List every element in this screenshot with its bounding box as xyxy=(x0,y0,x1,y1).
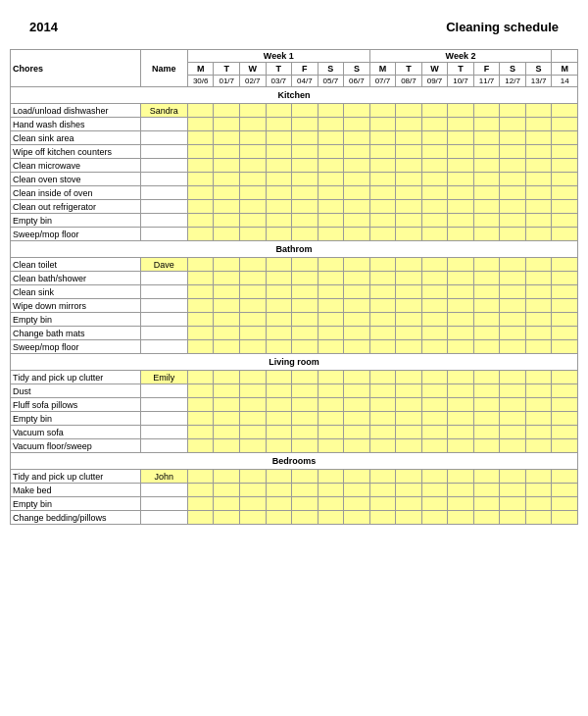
cell-2-0-0 xyxy=(187,371,214,384)
week-header-row: Chores Name Week 1 Week 2 xyxy=(11,50,578,63)
cell-1-2-2 xyxy=(240,285,267,299)
chore-label-3-2: Empty bin xyxy=(11,497,141,511)
cell-0-7-3 xyxy=(266,200,292,214)
chore-name-2-2 xyxy=(140,398,187,412)
cell-3-1-7 xyxy=(369,484,396,497)
cell-2-1-14 xyxy=(552,384,578,398)
cell-2-3-11 xyxy=(473,412,500,426)
cell-1-6-7 xyxy=(369,340,396,354)
cell-1-1-9 xyxy=(421,272,448,285)
chores-header: Chores xyxy=(11,50,141,87)
cell-0-8-10 xyxy=(448,214,474,228)
cell-2-0-6 xyxy=(344,371,370,384)
date-15: 14 xyxy=(552,76,578,87)
cell-2-1-12 xyxy=(500,384,526,398)
cell-0-0-8 xyxy=(396,104,422,118)
cell-3-1-6 xyxy=(344,484,370,497)
cell-2-4-9 xyxy=(421,426,448,439)
date-8: 07/7 xyxy=(369,76,396,87)
cell-2-4-2 xyxy=(240,426,267,439)
cell-1-5-14 xyxy=(552,327,578,340)
chore-row-1-3: Wipe down mirrors xyxy=(11,299,578,313)
chore-row-0-6: Clean inside of oven xyxy=(11,186,578,200)
title-label: Cleaning schedule xyxy=(446,20,559,34)
cell-1-1-8 xyxy=(396,272,422,285)
cell-1-3-13 xyxy=(525,299,552,313)
section-header-0: Kitchen xyxy=(11,87,578,104)
cell-2-3-8 xyxy=(396,412,422,426)
cell-1-2-11 xyxy=(473,285,500,299)
cell-1-6-0 xyxy=(187,340,214,354)
chore-row-1-2: Clean sink xyxy=(11,285,578,299)
date-13: 12/7 xyxy=(500,76,526,87)
chore-label-2-5: Vacuum floor/sweep xyxy=(11,439,141,453)
chore-name-2-3 xyxy=(140,412,187,426)
cell-1-2-13 xyxy=(525,285,552,299)
cell-0-4-8 xyxy=(396,159,422,173)
cell-2-0-9 xyxy=(421,371,448,384)
cell-2-0-11 xyxy=(473,371,500,384)
cell-0-2-7 xyxy=(369,131,396,145)
cell-2-1-6 xyxy=(344,384,370,398)
chore-label-0-6: Clean inside of oven xyxy=(11,186,141,200)
cell-1-0-12 xyxy=(500,258,526,272)
cell-2-2-4 xyxy=(292,398,318,412)
chore-row-3-0: Tidy and pick up clutterJohn xyxy=(11,470,578,484)
chore-row-2-3: Empty bin xyxy=(11,412,578,426)
cell-0-1-0 xyxy=(187,118,214,131)
cell-0-7-2 xyxy=(240,200,267,214)
cell-3-3-6 xyxy=(344,511,370,525)
chore-label-3-3: Change bedding/pillows xyxy=(11,511,141,525)
cell-2-5-13 xyxy=(525,439,552,453)
cell-1-4-6 xyxy=(344,313,370,327)
chore-name-1-3 xyxy=(140,299,187,313)
cell-2-1-4 xyxy=(292,384,318,398)
chore-name-1-0: Dave xyxy=(140,258,187,272)
date-4: 03/7 xyxy=(266,76,292,87)
cell-3-3-2 xyxy=(240,511,267,525)
cell-3-2-13 xyxy=(525,497,552,511)
cell-1-3-9 xyxy=(421,299,448,313)
cell-3-0-8 xyxy=(396,470,422,484)
cell-0-4-5 xyxy=(318,159,344,173)
cell-2-4-6 xyxy=(344,426,370,439)
cell-3-0-0 xyxy=(187,470,214,484)
cell-0-8-1 xyxy=(214,214,240,228)
cell-2-4-7 xyxy=(369,426,396,439)
cell-0-1-14 xyxy=(552,118,578,131)
cell-0-3-0 xyxy=(187,145,214,159)
cell-2-3-5 xyxy=(318,412,344,426)
cell-2-3-13 xyxy=(525,412,552,426)
cell-2-3-9 xyxy=(421,412,448,426)
cell-1-1-2 xyxy=(240,272,267,285)
cell-1-3-1 xyxy=(214,299,240,313)
cell-3-0-14 xyxy=(552,470,578,484)
chore-row-0-4: Clean microwave xyxy=(11,159,578,173)
cell-0-0-9 xyxy=(421,104,448,118)
cell-0-3-6 xyxy=(344,145,370,159)
cell-0-5-5 xyxy=(318,173,344,186)
chore-label-0-9: Sweep/mop floor xyxy=(11,228,141,241)
cell-1-4-1 xyxy=(214,313,240,327)
chore-name-0-2 xyxy=(140,131,187,145)
chore-row-2-1: Dust xyxy=(11,384,578,398)
day-W2: W xyxy=(421,63,448,76)
cell-0-3-3 xyxy=(266,145,292,159)
chore-name-0-1 xyxy=(140,118,187,131)
cell-0-0-11 xyxy=(473,104,500,118)
cell-1-2-10 xyxy=(448,285,474,299)
cell-1-6-1 xyxy=(214,340,240,354)
cell-1-1-3 xyxy=(266,272,292,285)
cell-0-7-12 xyxy=(500,200,526,214)
chore-row-0-9: Sweep/mop floor xyxy=(11,228,578,241)
cell-0-3-7 xyxy=(369,145,396,159)
cell-0-3-12 xyxy=(500,145,526,159)
cell-3-1-12 xyxy=(500,484,526,497)
chore-name-2-5 xyxy=(140,439,187,453)
cell-0-0-1 xyxy=(214,104,240,118)
cell-2-2-9 xyxy=(421,398,448,412)
cell-1-1-13 xyxy=(525,272,552,285)
chore-row-0-8: Empty bin xyxy=(11,214,578,228)
cell-0-6-11 xyxy=(473,186,500,200)
cell-1-5-4 xyxy=(292,327,318,340)
